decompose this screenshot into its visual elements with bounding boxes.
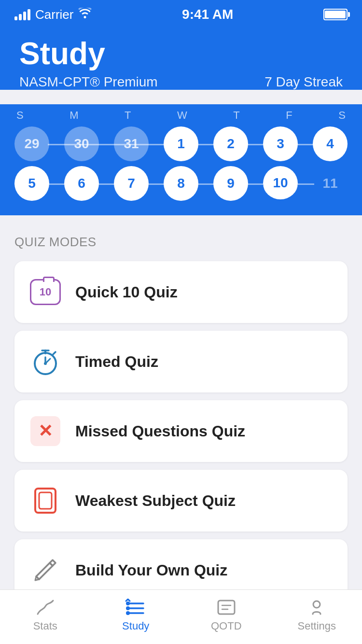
svg-rect-8 [39,492,52,509]
status-left: Carrier [14,7,92,22]
svg-point-5 [44,362,47,365]
streak-label: 7 Day Streak [265,74,343,90]
svg-point-14 [126,611,130,615]
day-10[interactable]: 10 [263,166,298,201]
weakest-subject-icon [30,486,60,516]
quick10-quiz-card[interactable]: 10 Quick 10 Quiz [14,261,348,323]
timed-icon-wrap [29,345,62,378]
qotd-icon [216,599,237,616]
study-nav-label: Study [122,620,149,632]
build-label: Build Your Own Quiz [75,561,227,579]
day-group-s1: S [16,109,24,122]
calendar: S M T W T F S 29 30 31 1 2 3 4 5 6 7 [0,104,362,215]
day-7[interactable]: 7 [114,166,149,201]
timed-label: Timed Quiz [75,353,158,371]
quiz-modes-section: Quiz Modes 10 Quick 10 Quiz Timed Quiz ✕… [0,215,362,644]
svg-point-12 [126,602,130,605]
nav-item-study[interactable]: Study [104,599,167,632]
missed-icon-wrap: ✕ [29,415,62,448]
nav-item-qotd[interactable]: QOTD [195,599,258,632]
day-9[interactable]: 9 [213,166,248,201]
status-time: 9:41 AM [182,7,233,22]
bottom-nav: Stats Study QOTD Settings [0,589,362,644]
header-subtitle-row: NASM-CPT® Premium 7 Day Streak [19,74,343,90]
day-group-m1: M [70,109,78,122]
day-30[interactable]: 30 [64,126,99,161]
missed-icon: ✕ [30,416,60,446]
calendar-week1: 29 30 31 1 2 3 4 [14,126,348,161]
stopwatch-icon [30,347,60,377]
day-group-f1: F [286,109,292,122]
calendar-week2: 5 6 7 8 9 10 11 [14,166,348,201]
wifi-icon [78,8,92,21]
day-group-t2: T [233,109,239,122]
svg-point-13 [126,606,130,610]
missed-quiz-card[interactable]: ✕ Missed Questions Quiz [14,400,348,462]
stats-icon [36,599,55,616]
nav-item-settings[interactable]: Settings [285,599,348,632]
day-11: 11 [313,166,348,201]
settings-icon [307,599,326,616]
header: Study NASM-CPT® Premium 7 Day Streak [0,27,362,90]
day-group-t1: T [125,109,131,122]
day-31[interactable]: 31 [114,126,149,161]
day-group-s2: S [338,109,346,122]
battery-icon [323,9,348,20]
stats-nav-label: Stats [33,620,57,632]
weakest-icon-wrap [29,484,62,517]
weakest-label: Weakest Subject Quiz [75,492,236,510]
missed-label: Missed Questions Quiz [75,422,245,440]
day-29[interactable]: 29 [14,126,49,161]
quick10-icon: 10 [30,279,61,305]
svg-point-18 [313,601,320,608]
signal-icon [14,9,30,20]
carrier-label: Carrier [35,7,73,22]
day-5[interactable]: 5 [14,166,49,201]
day-1[interactable]: 1 [164,126,198,161]
settings-nav-label: Settings [298,620,336,632]
svg-rect-15 [218,601,235,614]
day-3[interactable]: 3 [263,126,298,161]
qotd-nav-label: QOTD [211,620,242,632]
quiz-modes-label: Quiz Modes [14,235,348,250]
pencil-icon-wrap [29,554,62,587]
status-bar: Carrier 9:41 AM [0,0,362,27]
svg-line-6 [53,352,56,354]
weakest-quiz-card[interactable]: Weakest Subject Quiz [14,470,348,532]
day-6[interactable]: 6 [64,166,99,201]
day-4[interactable]: 4 [313,126,348,161]
day-2[interactable]: 2 [213,126,248,161]
pencil-icon [31,556,59,584]
day-8[interactable]: 8 [164,166,198,201]
course-label: NASM-CPT® Premium [19,74,158,90]
quick10-icon-wrap: 10 [29,276,62,308]
study-icon [125,599,146,616]
day-group-w1: W [177,109,187,122]
quick10-label: Quick 10 Quiz [75,283,178,301]
timed-quiz-card[interactable]: Timed Quiz [14,331,348,392]
nav-item-stats[interactable]: Stats [14,599,77,632]
page-title: Study [19,37,343,70]
